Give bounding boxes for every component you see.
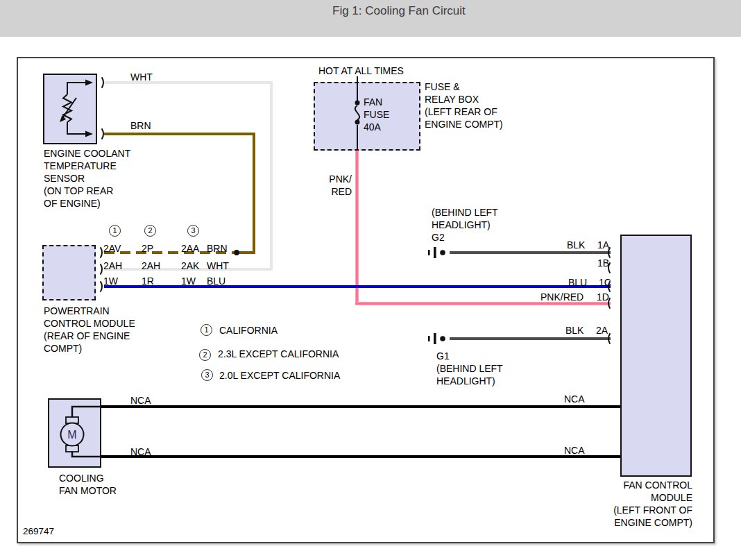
circuit-label: 1R xyxy=(142,275,154,287)
fan-fuse-label-line: 40A xyxy=(364,121,389,133)
circuit-label: 2AH xyxy=(142,260,160,272)
wire-color-label: WHT xyxy=(207,260,229,272)
wire-label-brn: BRN xyxy=(130,119,151,132)
circuit-label: 1W xyxy=(103,275,118,287)
option-marker-3: 3 xyxy=(187,225,199,237)
nca-wire-bottom-run xyxy=(101,455,620,458)
pcm-pin-bracket-row2 xyxy=(92,262,103,277)
wire-label-pnk-red: PNK/ RED xyxy=(312,173,352,198)
g2-location-line: HEADLIGHT) xyxy=(432,219,498,231)
g1-location-line: (BEHIND LEFT xyxy=(436,362,503,375)
fan-control-module-label-line: ENGINE COMPT) xyxy=(554,516,692,529)
g1-location-label: G1 (BEHIND LEFT HEADLIGHT) xyxy=(436,350,503,387)
thermistor-symbol xyxy=(43,74,99,146)
wire-label-pnk-red-line: RED xyxy=(312,185,352,198)
fuse-relay-box-label-line: FUSE & xyxy=(425,80,503,93)
figure-number: 269747 xyxy=(23,525,54,538)
module-pin-bracket-1d xyxy=(608,296,619,311)
module-pin-bracket-1a xyxy=(608,245,619,260)
circuit-label: 2AK xyxy=(181,260,199,272)
pcm-label: POWERTRAIN CONTROL MODULE (REAR OF ENGIN… xyxy=(44,305,135,355)
circuit-label: 2AH xyxy=(103,260,122,272)
blk-wire-g2-run xyxy=(450,251,611,254)
pin-label-2a: 2A xyxy=(596,324,608,337)
pin-label-1c: 1C xyxy=(599,276,611,289)
motor-symbol: M xyxy=(48,398,101,468)
hot-at-all-times-label: HOT AT ALL TIMES xyxy=(318,65,404,77)
brn-wire-vertical xyxy=(253,133,255,254)
legend-marker-1: 1 xyxy=(201,324,212,336)
pcm-label-line: (REAR OF ENGINE xyxy=(44,330,135,342)
fan-control-module-label-line: MODULE xyxy=(554,491,692,504)
option-marker-2: 2 xyxy=(144,225,156,237)
fan-control-module-label-line: FAN CONTROL xyxy=(554,479,692,491)
g1-name-label: G1 xyxy=(436,350,503,362)
pin-label-1d: 1D xyxy=(597,291,609,303)
pcm-box xyxy=(42,245,96,300)
sensor-pin-bracket-top xyxy=(93,75,104,90)
g2-location-line: (BEHIND LEFT xyxy=(432,206,498,219)
brn-wire-elbow xyxy=(237,251,255,254)
legend-marker-3: 3 xyxy=(201,369,213,381)
wire-label-pnk-red-line: PNK/ xyxy=(312,173,352,185)
module-pin-bracket-2a xyxy=(608,331,619,346)
g2-location-label: (BEHIND LEFT HEADLIGHT) G2 xyxy=(432,206,498,244)
brn-wire-top-run xyxy=(104,133,255,135)
wire-color-label: BLU xyxy=(207,275,225,287)
ect-sensor-label-line: TEMPERATURE xyxy=(44,160,130,172)
brn-junction-dot xyxy=(234,250,239,255)
circuit-label: 2AV xyxy=(103,242,121,255)
wire-color-label-blk-1a: BLK xyxy=(567,239,585,251)
pcm-label-line: COMPT) xyxy=(44,342,135,355)
circuit-label: 2P xyxy=(142,242,153,255)
figure-title: Fig 1: Cooling Fan Circuit xyxy=(332,4,466,18)
cooling-fan-motor-label: COOLING FAN MOTOR xyxy=(59,472,117,497)
pin-label-1b: 1B xyxy=(597,257,609,269)
legend-text-2: 2.3L EXCEPT CALIFORNIA xyxy=(218,348,339,360)
pin-label-1a: 1A xyxy=(597,239,609,251)
wire-label-nca-bottom-right: NCA xyxy=(564,444,585,457)
blk-wire-g1-run xyxy=(450,337,611,340)
fuse-relay-box-label-line: (LEFT REAR OF xyxy=(425,105,503,118)
wire-color-label-pnkred-1d: PNK/RED xyxy=(540,291,584,303)
ect-sensor-label-line: ENGINE COOLANT xyxy=(44,147,130,160)
wire-color-label: BRN xyxy=(207,242,228,255)
motor-m-label: M xyxy=(67,429,76,441)
ect-sensor-label: ENGINE COOLANT TEMPERATURE SENSOR (ON TO… xyxy=(44,147,130,210)
blu-wire-run xyxy=(104,285,611,288)
pcm-pin-bracket-row1 xyxy=(92,245,103,260)
module-pin-bracket-1b xyxy=(608,260,619,275)
fan-fuse-label-line: FUSE xyxy=(364,108,389,121)
ground-symbol-g2 xyxy=(426,244,450,261)
fuse-relay-box-label-line: RELAY BOX xyxy=(425,93,503,105)
legend-marker-2: 2 xyxy=(199,349,211,361)
cooling-fan-motor-label-line: COOLING xyxy=(59,472,117,484)
legend-text-3: 2.0L EXCEPT CALIFORNIA xyxy=(219,369,340,382)
pcm-pin-bracket-row3 xyxy=(92,279,103,294)
fan-fuse-label: FAN FUSE 40A xyxy=(364,96,389,133)
nca-wire-top-run xyxy=(101,405,620,408)
ect-sensor-label-line: OF ENGINE) xyxy=(44,197,130,210)
option-marker-1: 1 xyxy=(109,225,121,237)
pcm-label-line: POWERTRAIN xyxy=(44,305,135,317)
circuit-label: 1W xyxy=(181,275,196,287)
wire-label-nca-top-right: NCA xyxy=(564,393,585,405)
fan-control-module-box xyxy=(620,235,692,477)
wire-color-label-blk-2a: BLK xyxy=(565,324,584,337)
pcm-label-line: CONTROL MODULE xyxy=(44,317,135,330)
circuit-label: 2AA xyxy=(181,242,199,255)
wht-wire-top-run xyxy=(104,81,273,84)
wire-color-label-blu-1c: BLU xyxy=(568,276,587,289)
ect-sensor-label-line: (ON TOP REAR xyxy=(44,185,130,197)
wire-label-nca-bottom-left: NCA xyxy=(130,446,151,458)
legend-text-1: CALIFORNIA xyxy=(219,324,278,337)
fan-fuse-label-line: FAN xyxy=(364,96,389,108)
wire-label-nca-top-left: NCA xyxy=(130,394,151,407)
g2-name-label: G2 xyxy=(432,231,498,244)
fuse-relay-box-label: FUSE & RELAY BOX (LEFT REAR OF ENGINE CO… xyxy=(425,80,503,130)
wire-label-wht: WHT xyxy=(130,71,153,83)
fan-control-module-label: FAN CONTROL MODULE (LEFT FRONT OF ENGINE… xyxy=(554,479,692,529)
fuse-relay-box-label-line: ENGINE COMPT) xyxy=(425,118,503,130)
cooling-fan-motor-label-line: FAN MOTOR xyxy=(59,484,117,497)
ect-sensor-label-line: SENSOR xyxy=(44,172,130,185)
